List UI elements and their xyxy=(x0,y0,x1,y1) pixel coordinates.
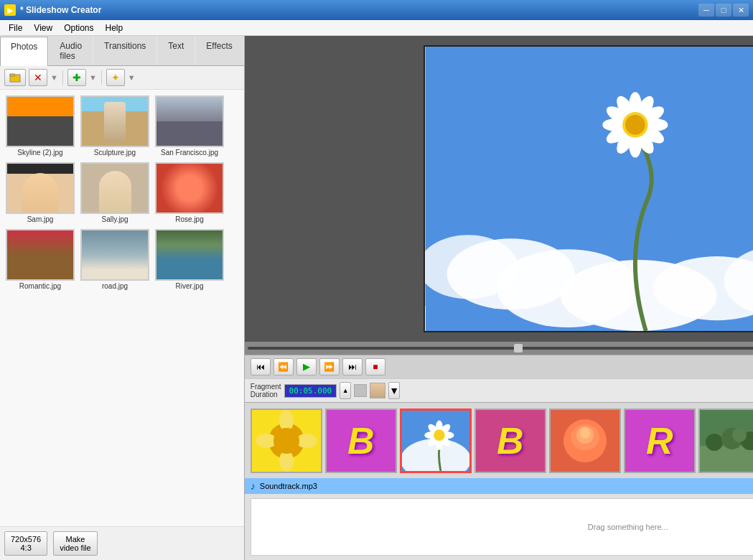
tab-photos[interactable]: Photos xyxy=(0,37,48,66)
tab-bar: Photos Audio files Transitions Text Effe… xyxy=(0,36,244,66)
fragment-label: Fragment Duration xyxy=(251,383,281,398)
photo-thumbnail xyxy=(155,95,224,147)
resolution-button[interactable]: 720x576 4:3 xyxy=(4,531,47,556)
photo-label: Skyline (2).jpg xyxy=(17,149,62,157)
photo-thumbnail xyxy=(80,229,149,281)
fragment-expand-button[interactable]: ▼ xyxy=(388,382,400,399)
timeline-item[interactable] xyxy=(251,409,322,473)
menu-help[interactable]: Help xyxy=(100,22,129,34)
favorites-button[interactable]: ✦ xyxy=(106,69,125,86)
soundtrack-filename: Soundtrack.mp3 xyxy=(260,482,317,490)
list-item[interactable]: Sally.jpg xyxy=(79,161,151,225)
list-item[interactable]: Skyline (2).jpg xyxy=(4,94,76,158)
svg-point-48 xyxy=(706,434,723,451)
photo-label: Sally.jpg xyxy=(101,215,128,223)
list-item[interactable]: road.jpg xyxy=(79,228,151,291)
text-overlay-label: B xyxy=(497,419,524,462)
photo-thumbnail xyxy=(155,162,224,214)
photo-toolbar: ✕ ▼ ✚ ▼ ✦ ▼ xyxy=(0,66,244,90)
list-item[interactable]: San Francisco.jpg xyxy=(154,94,225,158)
soundtrack-bar: ♪ Soundtrack.mp3 xyxy=(245,478,753,494)
fragment-info: Fragment Duration 00:05.000 ▲ ▼ xyxy=(251,382,400,399)
menu-view[interactable]: View xyxy=(28,22,58,34)
tab-text[interactable]: Text xyxy=(157,36,195,65)
svg-point-45 xyxy=(580,427,590,439)
svg-point-51 xyxy=(732,428,747,442)
timeline-scrubber[interactable] xyxy=(245,342,753,355)
photo-label: Sam.jpg xyxy=(27,215,54,223)
drag-area-text: Drag something here... xyxy=(588,523,668,531)
forward-button[interactable]: ⏩ xyxy=(319,358,340,375)
main-content: Photos Audio files Transitions Text Effe… xyxy=(0,36,753,560)
list-item[interactable]: Rose.jpg xyxy=(154,161,225,225)
timeline-item[interactable]: B xyxy=(325,409,397,473)
scrubber-handle[interactable] xyxy=(514,344,523,353)
fragment-thumb xyxy=(370,383,385,398)
text-overlay-label: B xyxy=(347,419,375,462)
menu-file[interactable]: File xyxy=(3,22,28,34)
add-button[interactable]: ✚ xyxy=(67,69,86,86)
fragment-up-button[interactable]: ▲ xyxy=(340,382,351,399)
photo-label: River.jpg xyxy=(176,282,204,290)
svg-point-29 xyxy=(273,428,299,454)
list-item[interactable]: Sam.jpg xyxy=(4,161,76,225)
timeline-item[interactable] xyxy=(698,409,753,473)
open-button[interactable] xyxy=(4,69,26,86)
photo-label: San Francisco.jpg xyxy=(161,149,218,157)
menubar: File View Options Help xyxy=(0,20,753,36)
svg-point-40 xyxy=(434,429,445,441)
tab-transitions[interactable]: Transitions xyxy=(93,36,156,65)
rewind-first-button[interactable]: ⏮ xyxy=(251,358,271,375)
timeline-item[interactable]: R xyxy=(624,409,696,473)
timeline-item[interactable]: B xyxy=(474,409,546,473)
music-note-icon: ♪ xyxy=(251,480,256,492)
photo-thumbnail xyxy=(155,229,224,281)
fragment-checkbox[interactable] xyxy=(354,384,367,397)
rewind-button[interactable]: ⏪ xyxy=(273,358,294,375)
left-bottom-bar: 720x576 4:3 Make video file xyxy=(0,526,244,560)
photo-thumbnail xyxy=(6,229,75,281)
make-video-button[interactable]: Make video file xyxy=(53,531,97,556)
photo-label: Romantic.jpg xyxy=(19,282,61,290)
minimize-button[interactable]: ─ xyxy=(698,4,714,17)
svg-point-22 xyxy=(625,115,645,135)
open-folder-icon xyxy=(9,72,21,83)
preview-area xyxy=(245,36,753,342)
timeline-scroll[interactable]: B xyxy=(245,403,753,478)
drag-drop-area[interactable]: Drag something here... xyxy=(251,498,753,556)
maximize-button[interactable]: □ xyxy=(716,4,731,17)
list-item[interactable]: River.jpg xyxy=(154,228,225,291)
svg-rect-47 xyxy=(700,446,753,472)
timeline-item[interactable] xyxy=(549,409,621,473)
timeline-item[interactable] xyxy=(400,409,472,473)
list-item[interactable]: Romantic.jpg xyxy=(4,228,76,291)
fragment-value: 00:05.000 xyxy=(284,384,337,398)
photo-thumbnail xyxy=(80,162,149,214)
app-icon: ▶ xyxy=(4,4,16,16)
edit-toolbar: Fragment Duration 00:05.000 ▲ ▼ 💾 ↩ ✂ ⧉ … xyxy=(245,378,753,402)
text-overlay-label: R xyxy=(646,419,673,462)
stop-button[interactable]: ■ xyxy=(365,358,385,375)
scrubber-track[interactable] xyxy=(248,347,753,350)
left-panel: Photos Audio files Transitions Text Effe… xyxy=(0,36,245,560)
forward-last-button[interactable]: ⏭ xyxy=(342,358,363,375)
photo-label: Rose.jpg xyxy=(175,215,203,223)
photo-thumbnail xyxy=(6,95,75,147)
menu-options[interactable]: Options xyxy=(58,22,99,34)
photo-label: Sculpture.jpg xyxy=(94,149,136,157)
tab-audio-files[interactable]: Audio files xyxy=(49,36,93,65)
tab-effects[interactable]: Effects xyxy=(195,36,243,65)
window-title: * Slideshow Creator xyxy=(20,5,698,15)
right-panel: ⏮ ⏪ ▶ ⏩ ⏭ ■ 📷 ⛶ 7.0 s / 33.0 s Fragment … xyxy=(245,36,753,560)
close-button[interactable]: ✕ xyxy=(733,4,749,17)
playback-controls: ⏮ ⏪ ▶ ⏩ ⏭ ■ 📷 ⛶ 7.0 s / 33.0 s xyxy=(245,355,753,378)
timeline-area: B xyxy=(245,402,753,560)
svg-rect-1 xyxy=(10,74,14,76)
photo-label: road.jpg xyxy=(102,282,128,290)
photo-thumbnail xyxy=(80,95,149,147)
window-controls: ─ □ ✕ xyxy=(698,4,749,17)
list-item[interactable]: Sculpture.jpg xyxy=(79,94,151,158)
play-button[interactable]: ▶ xyxy=(296,358,317,375)
delete-button[interactable]: ✕ xyxy=(29,69,47,86)
photo-thumbnail xyxy=(6,162,75,214)
